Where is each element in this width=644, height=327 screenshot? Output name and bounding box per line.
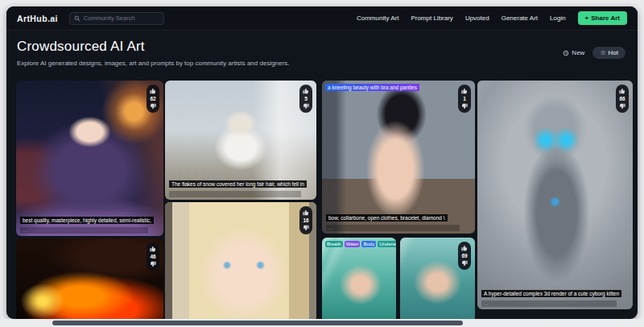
prompt-tags: Breath Water Body Underwater xyxy=(325,241,393,247)
art-card-classroom[interactable]: 5 The flakes of snow covered her long fa… xyxy=(165,81,316,200)
page-title: Crowdsourced AI Art xyxy=(17,39,627,55)
nav-link-login[interactable]: Login xyxy=(550,14,566,22)
horizontal-scrollbar-thumb[interactable] xyxy=(52,321,463,325)
star-icon: ☆ xyxy=(600,49,605,56)
share-art-button[interactable]: + Share Art xyxy=(578,11,627,25)
thumbs-down-icon[interactable] xyxy=(461,260,468,267)
artwork-underwater-left xyxy=(322,238,396,319)
prompt-text-more: … xyxy=(20,227,148,234)
page-header: Crowdsourced AI Art Explore AI generated… xyxy=(17,39,627,67)
vote-count: 16 xyxy=(303,217,308,223)
vote-badge: 69 xyxy=(458,242,471,270)
artwork-cyborg-kitten xyxy=(477,81,633,309)
vote-count: 46 xyxy=(150,254,155,259)
sort-controls: New ☆ Hot xyxy=(563,47,625,59)
prompt-text: bow, collarbone, open clothes, bracelet,… xyxy=(326,214,448,221)
prompt-text: A hyper-detailed complex 3d render of a … xyxy=(481,290,621,297)
art-card-blonde-portrait[interactable]: 16 xyxy=(165,202,316,319)
sort-new-button[interactable]: New xyxy=(563,49,584,56)
prompt-caption: bow, collarbone, open clothes, bracelet,… xyxy=(326,209,471,231)
navbar: ArtHub.ai Community Art Prompt Library U… xyxy=(6,6,638,31)
nav-link-generate-art[interactable]: Generate Art xyxy=(502,14,538,22)
nav-link-community-art[interactable]: Community Art xyxy=(357,14,398,22)
clock-icon xyxy=(563,50,569,56)
vote-badge: 1 xyxy=(458,85,471,113)
thumbs-down-icon[interactable] xyxy=(303,103,309,110)
plus-icon: + xyxy=(585,14,589,22)
logo[interactable]: ArtHub.ai xyxy=(17,14,58,23)
vote-badge: 46 xyxy=(147,242,159,271)
artwork-fire xyxy=(16,238,163,319)
vote-count: 66 xyxy=(619,96,625,101)
nav-links: Community Art Prompt Library Upvoted Gen… xyxy=(357,11,627,25)
search-icon xyxy=(74,15,80,22)
thumbs-up-icon[interactable] xyxy=(303,88,309,94)
vote-badge: 62 xyxy=(147,85,159,113)
tag-water: Water xyxy=(345,241,361,247)
app-window: ArtHub.ai Community Art Prompt Library U… xyxy=(6,6,638,319)
prompt-caption: best quality, masterpiece, highly detail… xyxy=(20,211,159,234)
thumbs-down-icon[interactable] xyxy=(150,103,156,110)
highlighted-prompt-label: a kneeling beauty with bra and panties xyxy=(325,84,419,91)
thumbs-up-icon[interactable] xyxy=(303,209,309,216)
artwork-blonde-portrait xyxy=(165,202,316,319)
art-card-fire[interactable]: 46 xyxy=(16,238,163,319)
vote-badge: 16 xyxy=(299,206,312,234)
page-subtitle: Explore AI generated designs, images, ar… xyxy=(17,60,627,67)
thumbs-down-icon[interactable] xyxy=(303,225,309,231)
tag-breath: Breath xyxy=(325,241,343,247)
thumbs-down-icon[interactable] xyxy=(150,261,156,267)
sort-new-label: New xyxy=(572,49,584,56)
nav-link-prompt-library[interactable]: Prompt Library xyxy=(411,14,452,22)
vote-count: 69 xyxy=(461,253,467,259)
sort-hot-button[interactable]: ☆ Hot xyxy=(592,47,625,59)
prompt-text-more: … xyxy=(169,191,301,197)
tag-underwater: Underwater xyxy=(378,241,396,247)
prompt-text: The flakes of snow covered her long fair… xyxy=(169,180,307,188)
horizontal-scrollbar-track xyxy=(0,319,644,327)
prompt-text: best quality, masterpiece, highly detail… xyxy=(20,217,154,224)
vote-count: 62 xyxy=(150,96,155,101)
thumbs-down-icon[interactable] xyxy=(461,103,468,110)
prompt-caption: The flakes of snow covered her long fair… xyxy=(169,175,312,197)
share-art-label: Share Art xyxy=(591,14,620,22)
thumbs-up-icon[interactable] xyxy=(461,88,468,94)
thumbs-up-icon[interactable] xyxy=(619,88,625,94)
vote-count: 5 xyxy=(304,96,308,101)
art-card-cyborg-kitten[interactable]: 66 A hyper-detailed complex 3d render of… xyxy=(477,81,633,309)
art-card-underwater-left[interactable]: Breath Water Body Underwater xyxy=(322,238,396,319)
prompt-text-more: … xyxy=(481,300,617,307)
nav-link-upvoted[interactable]: Upvoted xyxy=(465,14,489,22)
vote-badge: 5 xyxy=(299,85,312,113)
thumbs-up-icon[interactable] xyxy=(461,245,468,251)
prompt-caption: A hyper-detailed complex 3d render of a … xyxy=(481,284,629,307)
vote-count: 1 xyxy=(463,96,466,101)
community-search-box[interactable] xyxy=(69,12,164,25)
sort-hot-label: Hot xyxy=(609,49,618,56)
art-card-anime-girl[interactable]: 62 best quality, masterpiece, highly det… xyxy=(16,81,163,236)
vote-badge: 66 xyxy=(616,85,629,113)
art-card-kneeling-beauty[interactable]: a kneeling beauty with bra and panties 1… xyxy=(322,81,475,234)
art-card-underwater-right[interactable]: 69 xyxy=(400,238,475,319)
thumbs-down-icon[interactable] xyxy=(619,103,625,110)
thumbs-up-icon[interactable] xyxy=(150,88,156,94)
tag-body: Body xyxy=(361,241,376,247)
thumbs-up-icon[interactable] xyxy=(150,246,156,252)
prompt-text-more: … xyxy=(326,225,460,231)
search-input[interactable] xyxy=(84,14,159,22)
